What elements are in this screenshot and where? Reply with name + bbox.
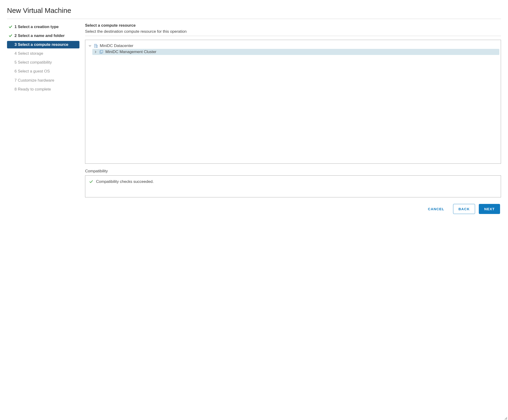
divider (85, 36, 501, 36)
step-label: 1 Select a creation type (15, 24, 59, 30)
svg-rect-6 (101, 50, 103, 53)
checkmark-icon (89, 180, 93, 184)
compatibility-panel: Compatibility checks succeeded. (85, 175, 501, 197)
tree-node-cluster[interactable]: MiniDC Management Cluster (92, 49, 499, 55)
svg-rect-0 (94, 44, 96, 47)
step-7-customize-hardware: 7 Customize hardware (7, 77, 80, 84)
next-button[interactable]: Next (479, 204, 500, 214)
tree-node-datacenter[interactable]: MiniDC Datacenter (87, 43, 499, 49)
step-label: 2 Select a name and folder (15, 33, 65, 38)
step-1-select-creation-type[interactable]: 1 Select a creation type (7, 23, 80, 31)
cluster-icon (99, 50, 103, 54)
chevron-right-icon[interactable] (94, 51, 97, 53)
tree-node-label: MiniDC Datacenter (100, 44, 133, 48)
datacenter-icon (94, 44, 98, 48)
step-4-select-storage: 4 Select storage (7, 50, 80, 57)
checkmark-icon (8, 25, 13, 29)
dialog-title: New Virtual Machine (7, 7, 501, 15)
step-label: 5 Select compatibility (15, 60, 52, 65)
back-button[interactable]: Back (453, 204, 475, 214)
resize-handle-icon[interactable] (504, 417, 507, 420)
chevron-down-icon[interactable] (88, 45, 92, 47)
divider (7, 19, 501, 19)
step-5-select-compatibility: 5 Select compatibility (7, 59, 80, 66)
step-label: 4 Select storage (15, 51, 43, 56)
new-vm-dialog: New Virtual Machine 1 Select a creation … (0, 0, 508, 420)
cancel-button[interactable]: Cancel (423, 204, 449, 214)
checkmark-icon (8, 34, 13, 38)
tree-node-label: MiniDC Management Cluster (105, 50, 156, 54)
step-6-select-guest-os: 6 Select a guest OS (7, 68, 80, 75)
step-label: 3 Select a compute resource (15, 42, 68, 47)
compute-resource-tree[interactable]: MiniDC Datacenter MiniDC Man (85, 40, 501, 164)
section-heading: Select a compute resource (85, 23, 501, 28)
step-2-select-name-folder[interactable]: 2 Select a name and folder (7, 32, 80, 39)
step-3-select-compute-resource[interactable]: 3 Select a compute resource (7, 41, 80, 48)
tree-children: MiniDC Management Cluster (92, 49, 499, 55)
svg-rect-1 (96, 45, 97, 47)
step-label: 6 Select a guest OS (15, 69, 50, 74)
wizard-steps: 1 Select a creation type 2 Select a name… (7, 23, 80, 214)
dialog-footer: Cancel Back Next (85, 204, 501, 214)
wizard-main: Select a compute resource Select the des… (85, 23, 501, 214)
step-label: 8 Ready to complete (15, 87, 51, 92)
step-label: 7 Customize hardware (15, 78, 54, 83)
section-subheading: Select the destination compute resource … (85, 29, 501, 34)
compatibility-heading: Compatibility (85, 169, 501, 173)
step-8-ready-to-complete: 8 Ready to complete (7, 86, 80, 93)
dialog-body: 1 Select a creation type 2 Select a name… (7, 23, 501, 214)
compatibility-message: Compatibility checks succeeded. (96, 179, 154, 184)
